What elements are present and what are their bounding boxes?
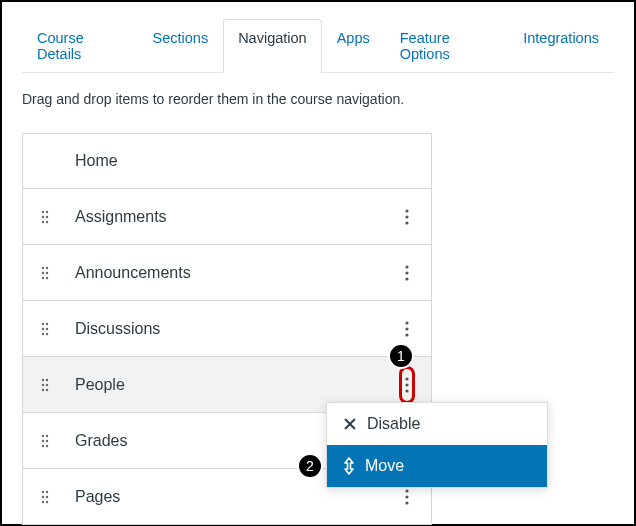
svg-point-47 <box>42 495 44 497</box>
nav-label: Discussions <box>75 320 393 338</box>
drag-handle-icon[interactable] <box>41 322 49 336</box>
helper-text: Drag and drop items to reorder them in t… <box>22 91 614 107</box>
svg-point-4 <box>42 220 44 222</box>
nav-row-discussions[interactable]: Discussions <box>23 301 431 357</box>
svg-point-51 <box>405 489 408 492</box>
svg-point-31 <box>42 388 44 390</box>
svg-point-0 <box>42 210 44 212</box>
svg-point-21 <box>46 327 48 329</box>
drag-handle-icon[interactable] <box>41 266 49 280</box>
nav-label: Pages <box>75 488 393 506</box>
options-icon[interactable]: 1 <box>399 366 415 404</box>
svg-point-35 <box>405 389 408 392</box>
nav-row-home[interactable]: Home <box>23 133 431 189</box>
close-icon <box>343 417 357 431</box>
tab-navigation[interactable]: Navigation <box>223 19 322 73</box>
svg-point-2 <box>42 215 44 217</box>
svg-point-29 <box>42 383 44 385</box>
svg-point-1 <box>46 210 48 212</box>
menu-item-label: Disable <box>367 415 531 433</box>
nav-label: Announcements <box>75 264 393 282</box>
svg-point-49 <box>42 500 44 502</box>
menu-item-disable[interactable]: Disable <box>327 403 547 445</box>
svg-point-15 <box>405 265 408 268</box>
svg-point-11 <box>42 271 44 273</box>
svg-point-6 <box>405 209 408 212</box>
svg-point-20 <box>42 327 44 329</box>
svg-point-36 <box>42 434 44 436</box>
svg-point-10 <box>46 266 48 268</box>
svg-point-32 <box>46 388 48 390</box>
svg-point-7 <box>405 215 408 218</box>
menu-item-move[interactable]: 2 Move <box>327 445 547 487</box>
tab-feature-options[interactable]: Feature Options <box>385 19 509 73</box>
menu-item-label: Move <box>365 457 531 475</box>
svg-point-18 <box>42 322 44 324</box>
svg-point-30 <box>46 383 48 385</box>
options-menu: Disable 2 Move <box>326 402 548 488</box>
options-icon[interactable] <box>399 315 415 343</box>
settings-tabs: Course Details Sections Navigation Apps … <box>22 18 614 73</box>
svg-point-23 <box>46 332 48 334</box>
drag-handle-icon[interactable] <box>41 434 49 448</box>
svg-point-24 <box>405 321 408 324</box>
svg-point-50 <box>46 500 48 502</box>
svg-point-14 <box>46 276 48 278</box>
svg-point-22 <box>42 332 44 334</box>
drag-handle-icon[interactable] <box>41 210 49 224</box>
settings-frame: Course Details Sections Navigation Apps … <box>0 0 636 526</box>
svg-point-8 <box>405 221 408 224</box>
callout-badge-1: 1 <box>388 343 414 369</box>
svg-point-53 <box>405 501 408 504</box>
svg-point-52 <box>405 495 408 498</box>
tab-sections[interactable]: Sections <box>138 19 224 73</box>
svg-point-37 <box>46 434 48 436</box>
svg-point-34 <box>405 383 408 386</box>
svg-point-17 <box>405 277 408 280</box>
svg-point-13 <box>42 276 44 278</box>
svg-point-12 <box>46 271 48 273</box>
svg-point-38 <box>42 439 44 441</box>
svg-point-40 <box>42 444 44 446</box>
svg-point-26 <box>405 333 408 336</box>
nav-label: Assignments <box>75 208 393 226</box>
svg-point-46 <box>46 490 48 492</box>
drag-handle-icon[interactable] <box>41 490 49 504</box>
tab-apps[interactable]: Apps <box>322 19 385 73</box>
nav-row-announcements[interactable]: Announcements <box>23 245 431 301</box>
tab-course-details[interactable]: Course Details <box>22 19 138 73</box>
svg-point-16 <box>405 271 408 274</box>
callout-badge-2: 2 <box>297 453 323 479</box>
svg-point-9 <box>42 266 44 268</box>
svg-point-41 <box>46 444 48 446</box>
svg-point-28 <box>46 378 48 380</box>
options-icon[interactable] <box>399 203 415 231</box>
svg-point-5 <box>46 220 48 222</box>
drag-handle-icon[interactable] <box>41 378 49 392</box>
nav-row-assignments[interactable]: Assignments <box>23 189 431 245</box>
svg-point-33 <box>405 377 408 380</box>
svg-point-39 <box>46 439 48 441</box>
svg-point-3 <box>46 215 48 217</box>
svg-point-19 <box>46 322 48 324</box>
options-icon[interactable] <box>399 259 415 287</box>
svg-point-27 <box>42 378 44 380</box>
svg-point-48 <box>46 495 48 497</box>
tab-integrations[interactable]: Integrations <box>508 19 614 73</box>
svg-point-25 <box>405 327 408 330</box>
svg-point-45 <box>42 490 44 492</box>
nav-label: People <box>75 376 393 394</box>
move-up-down-icon <box>343 457 355 475</box>
nav-label: Home <box>75 152 421 170</box>
